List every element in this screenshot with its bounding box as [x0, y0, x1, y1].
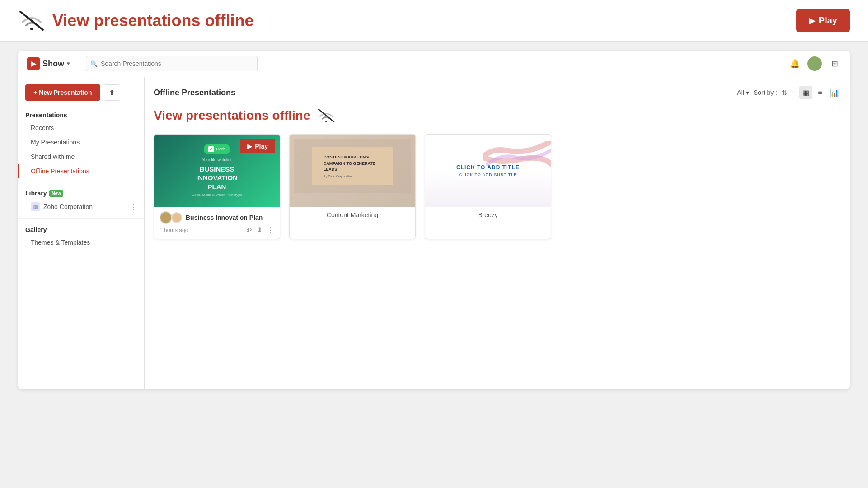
app-name: Show	[42, 59, 64, 69]
wifi-off-small-icon	[317, 108, 335, 123]
card-title-3: Breezy	[431, 211, 545, 218]
zoho-label: Zoho Corporation	[43, 203, 93, 210]
search-input[interactable]	[86, 56, 258, 71]
filter-bar: All ▾ Sort by : ⇅ ↑ ▦ ≡ 📊	[737, 86, 841, 99]
sidebar: + New Presentation ⬆ Presentations Recen…	[18, 77, 145, 389]
filter-chevron-icon: ▾	[746, 89, 749, 96]
play-button-large[interactable]: Play	[796, 9, 850, 32]
card-footer-1: Business Innovation Plan 1 hours ago 👁 ⬇…	[154, 207, 280, 239]
library-section-title: Library New	[18, 186, 144, 199]
sort-by-label: Sort by :	[754, 89, 777, 96]
view-icons: ▦ ≡ 📊	[799, 86, 841, 99]
library-item-left: 🏢 Zoho Corporation	[31, 202, 93, 211]
app-header: ▶ Show ▾ 🔍 🔔 ⊞	[18, 51, 850, 77]
new-presentation-button[interactable]: + New Presentation	[25, 84, 100, 101]
eye-icon-1[interactable]: 👁	[245, 226, 252, 234]
sidebar-new-btn: + New Presentation ⬆	[25, 84, 137, 101]
main-content: Offline Presentations All ▾ Sort by : ⇅ …	[145, 77, 850, 389]
breezy-subtitle: CLICK TO ADD SUBTITLE	[459, 172, 517, 177]
grid-view-icon[interactable]: ▦	[799, 86, 812, 99]
search-icon: 🔍	[90, 60, 98, 67]
card-actions-1: 👁 ⬇ ⋮	[245, 226, 274, 234]
filter-select[interactable]: All ▾	[737, 89, 749, 96]
card-author-row-1: Business Innovation Plan	[160, 211, 274, 224]
page-title: Offline Presentations	[154, 88, 235, 98]
sidebar-item-zoho-corporation[interactable]: 🏢 Zoho Corporation ⋮	[18, 199, 144, 215]
svg-point-3	[325, 121, 327, 122]
avatar[interactable]	[807, 56, 822, 71]
card-thumbnail-2: CONTENT MARKETING CAMPAIGN TO GENERATE L…	[290, 135, 415, 207]
list-view-icon[interactable]: ≡	[814, 86, 826, 99]
card-title-1: Business Innovation Plan	[186, 214, 263, 221]
card-time-1: 1 hours ago	[160, 227, 188, 233]
card-title-2: Content Marketing	[295, 211, 410, 218]
top-banner: View presentations offline Play	[0, 0, 868, 42]
presentation-card-3[interactable]: CLICK TO ADD TITLE CLICK TO ADD SUBTITLE…	[425, 134, 551, 239]
banner-left: View presentations offline	[18, 9, 253, 32]
download-icon-1[interactable]: ⬇	[257, 226, 263, 234]
presentations-section-title: Presentations	[18, 108, 144, 121]
presentation-card-2[interactable]: CONTENT MARKETING CAMPAIGN TO GENERATE L…	[289, 134, 416, 239]
app-logo: ▶ Show ▾	[27, 57, 70, 70]
sidebar-item-themes-templates[interactable]: Themes & Templates	[18, 235, 144, 250]
gallery-section-title: Gallery	[18, 223, 144, 235]
chart-view-icon[interactable]: 📊	[828, 86, 841, 99]
content-header: Offline Presentations All ▾ Sort by : ⇅ …	[154, 86, 841, 99]
app-container: ▶ Show ▾ 🔍 🔔 ⊞ + New Presentation ⬆ Pres…	[18, 51, 850, 389]
card-thumbnail-3: CLICK TO ADD TITLE CLICK TO ADD SUBTITLE	[425, 135, 551, 207]
sidebar-item-recents[interactable]: Recents	[18, 121, 144, 135]
zoho-more-icon[interactable]: ⋮	[130, 203, 137, 211]
sidebar-item-my-presentations[interactable]: My Presentations	[18, 135, 144, 149]
header-right: 🔔 ⊞	[788, 56, 841, 71]
offline-banner: View presentations offline	[154, 108, 841, 123]
sidebar-item-shared-with-me[interactable]: Shared with me	[18, 149, 144, 164]
play-overlay-1[interactable]: Play	[240, 139, 275, 153]
sort-asc-icon[interactable]: ↑	[792, 89, 795, 96]
svg-point-1	[30, 28, 33, 30]
card-no-footer-2: Content Marketing	[290, 207, 415, 223]
grid-icon[interactable]: ⊞	[828, 57, 841, 70]
app-body: + New Presentation ⬆ Presentations Recen…	[18, 77, 850, 389]
wifi-off-icon	[18, 9, 45, 32]
library-new-badge: New	[49, 190, 63, 197]
breezy-swoosh-icon	[483, 141, 551, 173]
search-bar: 🔍	[86, 56, 258, 71]
card-meta-1: 1 hours ago 👁 ⬇ ⋮	[160, 226, 274, 234]
app-logo-icon: ▶	[27, 57, 40, 70]
sidebar-divider-1	[18, 182, 144, 182]
banner-title: View presentations offline	[52, 11, 253, 30]
card-thumbnail-1: ✓ Coris Your life watcher BUSINESSINNOVA…	[154, 135, 280, 207]
more-icon-1[interactable]: ⋮	[267, 226, 274, 234]
bell-icon[interactable]: 🔔	[788, 57, 801, 70]
card-thumbnail-marketing: CONTENT MARKETING CAMPAIGN TO GENERATE L…	[290, 135, 415, 207]
sidebar-divider-2	[18, 218, 144, 219]
app-name-chevron[interactable]: ▾	[67, 60, 70, 67]
card-avatar-inner-1	[171, 212, 182, 223]
card-thumbnail-breezy: CLICK TO ADD TITLE CLICK TO ADD SUBTITLE	[425, 135, 551, 207]
marketing-text: CONTENT MARKETING CAMPAIGN TO GENERATE L…	[324, 154, 381, 173]
card-avatar-1	[160, 211, 172, 224]
company-badge: ✓ Coris	[204, 144, 229, 154]
sidebar-item-offline-presentations[interactable]: Offline Presentations	[18, 164, 144, 178]
upload-button[interactable]: ⬆	[104, 84, 120, 101]
sort-icon[interactable]: ⇅	[782, 89, 787, 96]
card-no-footer-3: Breezy	[425, 207, 551, 223]
offline-banner-text: View presentations offline	[154, 108, 310, 123]
biz-card-content: ✓ Coris Your life watcher BUSINESSINNOVA…	[192, 144, 242, 197]
presentation-card-1[interactable]: ✓ Coris Your life watcher BUSINESSINNOVA…	[154, 134, 280, 239]
company-icon: 🏢	[31, 202, 40, 211]
search-container: 🔍	[86, 56, 258, 71]
presentations-grid: ✓ Coris Your life watcher BUSINESSINNOVA…	[154, 134, 841, 239]
